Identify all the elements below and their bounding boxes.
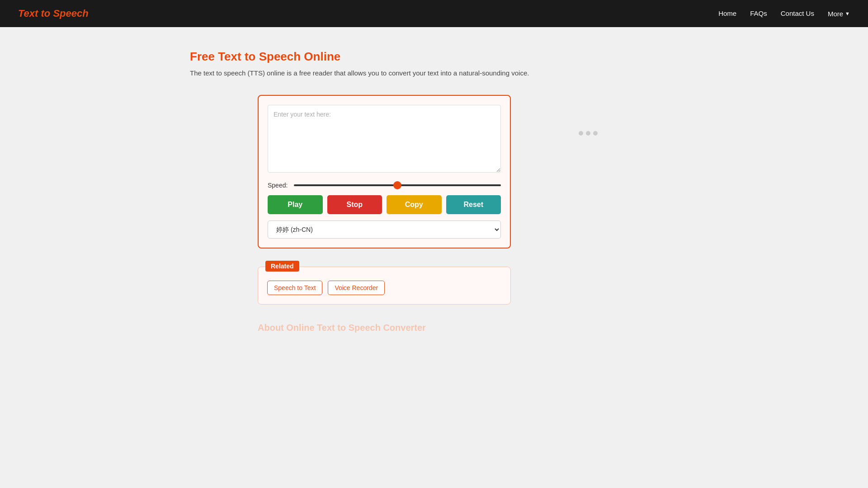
page-layout: Free Text to Speech Online The text to s… (163, 27, 705, 356)
speed-row: Speed: (268, 182, 501, 189)
nav-faqs[interactable]: FAQs (750, 9, 767, 17)
play-button[interactable]: Play (268, 195, 323, 214)
about-title: About Online Text to Speech Converter (258, 323, 511, 333)
dot-2 (586, 131, 590, 136)
stop-button[interactable]: Stop (327, 195, 382, 214)
page-title: Free Text to Speech Online (190, 50, 579, 64)
brand-logo[interactable]: Text to Speech (18, 8, 89, 19)
nav-more-label: More (828, 10, 843, 18)
left-panel: Free Text to Speech Online The text to s… (190, 50, 579, 333)
nav-more-dropdown[interactable]: More ▼ (828, 10, 850, 18)
tts-widget: Speed: Play Stop Copy Reset 婷婷 (zh-CN)Go… (258, 95, 511, 249)
related-voice-recorder[interactable]: Voice Recorder (328, 281, 385, 295)
speed-slider[interactable] (294, 184, 501, 186)
nav-home[interactable]: Home (718, 9, 736, 17)
dot-1 (579, 131, 583, 136)
right-panel (579, 50, 678, 333)
text-input[interactable] (268, 105, 501, 173)
related-badge: Related (265, 261, 299, 272)
related-section: Related Speech to Text Voice Recorder (258, 267, 511, 305)
loading-dots (579, 131, 598, 136)
buttons-row: Play Stop Copy Reset (268, 195, 501, 214)
related-links: Speech to Text Voice Recorder (267, 281, 501, 295)
dot-3 (593, 131, 598, 136)
voice-select[interactable]: 婷婷 (zh-CN)Google US EnglishGoogle UK Eng… (268, 221, 501, 239)
nav-contact-us[interactable]: Contact Us (781, 9, 814, 17)
navbar: Text to Speech Home FAQs Contact Us More… (0, 0, 868, 27)
copy-button[interactable]: Copy (387, 195, 442, 214)
nav-links: Home FAQs Contact Us More ▼ (718, 9, 850, 18)
chevron-down-icon: ▼ (845, 11, 850, 16)
speed-label: Speed: (268, 182, 288, 189)
related-speech-to-text[interactable]: Speech to Text (267, 281, 322, 295)
reset-button[interactable]: Reset (446, 195, 501, 214)
page-description: The text to speech (TTS) online is a fre… (190, 69, 579, 77)
